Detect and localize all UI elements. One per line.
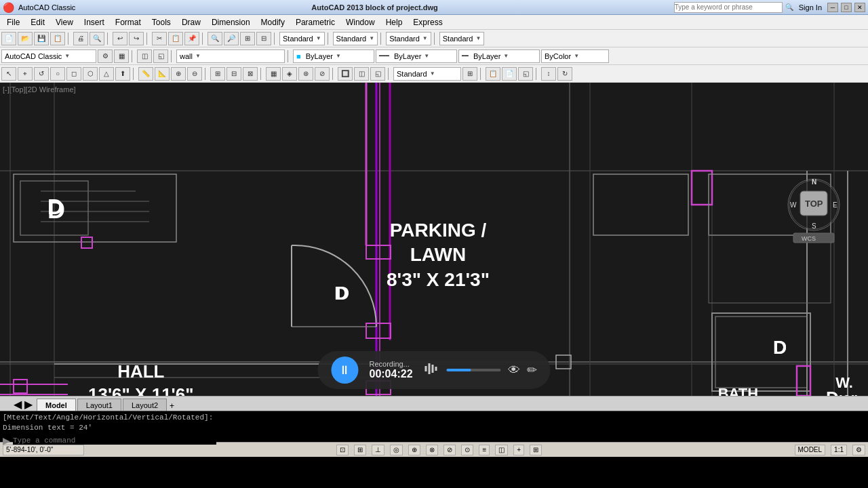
- layer-dropdown[interactable]: wall ▼: [176, 49, 285, 63]
- prev-tab-btn[interactable]: ◀: [14, 398, 22, 411]
- text-style-dropdown[interactable]: Standard ▼: [439, 32, 485, 45]
- draw-tb-2[interactable]: ⌖: [18, 67, 33, 81]
- dim-style-dropdown[interactable]: Standard ▼: [386, 32, 431, 45]
- menu-view[interactable]: View: [50, 16, 79, 28]
- print-preview-btn[interactable]: 🔍: [90, 32, 104, 45]
- tb-btn-b[interactable]: 📋: [168, 32, 183, 45]
- edit-btn[interactable]: ✏: [527, 363, 537, 378]
- workspace-dropdown[interactable]: AutoCAD Classic ▼: [1, 49, 96, 63]
- close-btn[interactable]: ✕: [854, 3, 865, 12]
- print-btn[interactable]: 🖨: [73, 32, 88, 45]
- layer-tb-2[interactable]: ◱: [153, 49, 168, 63]
- coordinates[interactable]: 5'-894-10', 0'-0": [3, 445, 84, 455]
- tb-copy2[interactable]: 📄: [502, 67, 517, 81]
- tab-model[interactable]: Model: [37, 399, 76, 411]
- tb-rotate[interactable]: ↻: [557, 67, 572, 81]
- draw-tb-21[interactable]: ◫: [354, 67, 369, 81]
- draw-tb-9[interactable]: 📏: [138, 67, 153, 81]
- draw-tb-8[interactable]: ⬆: [115, 67, 130, 81]
- nav-cube[interactable]: N S E W TOP WCS: [787, 178, 841, 232]
- tb-btn-f[interactable]: ⊞: [240, 32, 255, 45]
- settings-btn[interactable]: ⚙: [852, 445, 865, 455]
- tb-copy1[interactable]: 📋: [486, 67, 500, 81]
- draw-tb-11[interactable]: ⊕: [171, 67, 186, 81]
- draw-tb-3[interactable]: ↺: [34, 67, 49, 81]
- draw-tb-17[interactable]: ◈: [282, 67, 297, 81]
- tb-btn-a[interactable]: ✂: [152, 32, 167, 45]
- draw-tb-6[interactable]: ⬡: [83, 67, 98, 81]
- draw-tb-7[interactable]: △: [99, 67, 114, 81]
- save-btn[interactable]: 💾: [34, 32, 49, 45]
- draw-tb-19[interactable]: ⊘: [315, 67, 330, 81]
- tb-copy3[interactable]: ◱: [518, 67, 533, 81]
- draw-tb-22[interactable]: ◱: [370, 67, 385, 81]
- save-as-btn[interactable]: 📋: [50, 32, 65, 45]
- polar-btn[interactable]: ◎: [390, 445, 403, 455]
- text-style-tb[interactable]: Standard ▼: [393, 67, 461, 81]
- draw-tb-20[interactable]: 🔲: [338, 67, 353, 81]
- lwt-btn[interactable]: ≡: [479, 445, 490, 455]
- draw-tb-16[interactable]: ▦: [266, 67, 281, 81]
- menu-window[interactable]: Window: [340, 16, 380, 28]
- draw-tb-18[interactable]: ⊛: [298, 67, 313, 81]
- tab-layout1[interactable]: Layout1: [77, 399, 121, 411]
- scale-label[interactable]: 1:1: [831, 445, 847, 455]
- signin-btn[interactable]: Sign In: [796, 3, 825, 12]
- plotstyle-dropdown[interactable]: ByColor ▼: [541, 49, 609, 63]
- draw-tb-10[interactable]: 📐: [155, 67, 170, 81]
- menu-edit[interactable]: Edit: [25, 16, 50, 28]
- pause-button[interactable]: [331, 357, 358, 384]
- tb-btn-g[interactable]: ⊟: [256, 32, 271, 45]
- redo-btn[interactable]: ↪: [129, 32, 144, 45]
- menu-tools[interactable]: Tools: [146, 16, 176, 28]
- tb-btn-c[interactable]: 📌: [184, 32, 199, 45]
- otrack-btn[interactable]: ⊗: [426, 445, 438, 455]
- menu-draw[interactable]: Draw: [176, 16, 206, 28]
- qp-btn[interactable]: +: [513, 445, 524, 455]
- tb-btn-e[interactable]: 🔎: [224, 32, 239, 45]
- new-btn[interactable]: 📄: [1, 32, 16, 45]
- search-icon[interactable]: 🔍: [785, 3, 793, 11]
- menu-parametric[interactable]: Parametric: [290, 16, 340, 28]
- undo-btn[interactable]: ↩: [113, 32, 127, 45]
- ortho-btn[interactable]: ⊥: [372, 445, 384, 455]
- menu-help[interactable]: Help: [380, 16, 408, 28]
- layer-btn[interactable]: ▦: [114, 49, 129, 63]
- tab-layout2[interactable]: Layout2: [123, 399, 167, 411]
- draw-tb-1[interactable]: ↖: [1, 67, 16, 81]
- menu-dimension[interactable]: Dimension: [206, 16, 256, 28]
- draw-tb-12[interactable]: ⊖: [187, 67, 202, 81]
- dyn-btn[interactable]: ⊙: [461, 445, 473, 455]
- next-tab-btn[interactable]: ▶: [24, 398, 33, 411]
- draw-tb-15[interactable]: ⊠: [243, 67, 258, 81]
- camera-btn[interactable]: 👁: [508, 363, 520, 378]
- grid-btn[interactable]: ⊞: [354, 445, 366, 455]
- waveform-btn[interactable]: [424, 361, 440, 380]
- draw-tb-14[interactable]: ⊟: [226, 67, 241, 81]
- color-dropdown[interactable]: ■ ByLayer ▼: [293, 49, 374, 63]
- menu-insert[interactable]: Insert: [79, 16, 110, 28]
- draw-tb-5[interactable]: ◻: [66, 67, 81, 81]
- open-btn[interactable]: 📂: [18, 32, 33, 45]
- search-input[interactable]: [674, 2, 783, 13]
- minimize-btn[interactable]: ─: [827, 3, 838, 12]
- ducs-btn[interactable]: ⊘: [443, 445, 456, 455]
- lineweight-dropdown[interactable]: ━━ ByLayer ▼: [458, 49, 540, 63]
- transp-btn[interactable]: ◫: [495, 445, 508, 455]
- command-input[interactable]: [13, 436, 216, 445]
- add-tab-btn[interactable]: +: [170, 401, 174, 411]
- osnap-btn[interactable]: ⊕: [408, 445, 420, 455]
- sel-cycle-btn[interactable]: ⊞: [530, 445, 542, 455]
- menu-format[interactable]: Format: [110, 16, 146, 28]
- linetype-dropdown[interactable]: ━━━ ByLayer ▼: [376, 49, 457, 63]
- menu-modify[interactable]: Modify: [256, 16, 290, 28]
- tb-extra1[interactable]: ⊞: [462, 67, 477, 81]
- menu-file[interactable]: File: [1, 16, 25, 28]
- annotation-dropdown[interactable]: Standard ▼: [333, 32, 378, 45]
- visual-style-dropdown[interactable]: Standard ▼: [279, 32, 325, 45]
- tb-btn-d[interactable]: 🔍: [208, 32, 222, 45]
- model-label[interactable]: MODEL: [795, 445, 826, 455]
- layer-settings-btn[interactable]: ⚙: [98, 49, 113, 63]
- maximize-btn[interactable]: □: [841, 3, 852, 12]
- tb-move[interactable]: ↕: [541, 67, 556, 81]
